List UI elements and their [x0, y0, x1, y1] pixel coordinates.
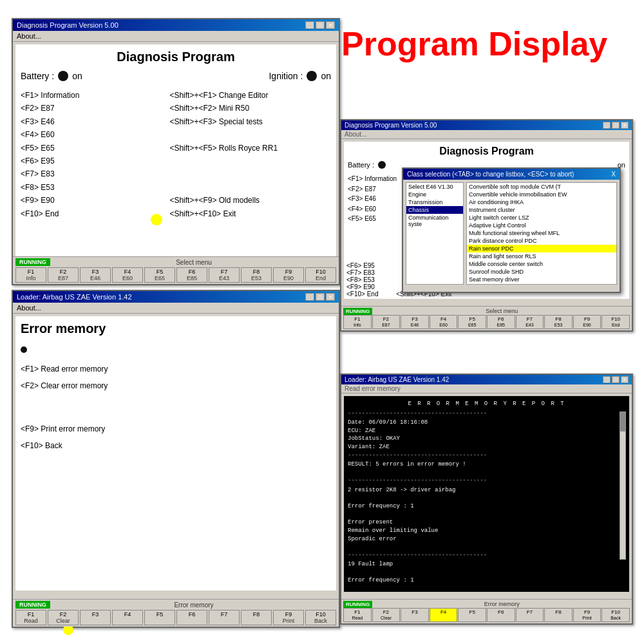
br-f-btn-2[interactable]: F2Clear [372, 608, 401, 622]
tr-f-btn-3[interactable]: F3E46 [401, 315, 429, 329]
bl-maximize-button[interactable]: □ [316, 293, 325, 301]
dr-item-3[interactable]: Air conditioning IHKA [467, 198, 616, 206]
tr-f-btn-9[interactable]: F9E90 [573, 315, 601, 329]
bl-close-button[interactable]: ✕ [326, 293, 335, 301]
tr-close[interactable]: ✕ [621, 122, 629, 129]
bl-func-btn-f6[interactable]: F6 [176, 610, 207, 625]
report-divider-4: ---------------------------------------- [348, 551, 625, 560]
br-f-btn-8[interactable]: F8 [544, 608, 573, 622]
dr-item-6[interactable]: Adaptive Light Control [467, 222, 616, 229]
dl-item-1[interactable]: Select E46 V1.30 [406, 183, 463, 191]
br-close[interactable]: ✕ [621, 376, 629, 383]
tr-f-btn-5[interactable]: F5E65 [458, 315, 486, 329]
dr-item-2[interactable]: Convertible vehicle immobilisation EW [467, 191, 616, 198]
dialog-right-list[interactable]: Convertible soft top module CVM (T Conve… [466, 182, 617, 285]
tr-maximize[interactable]: □ [612, 122, 620, 129]
dl-item-2[interactable]: Engine [406, 191, 463, 198]
error-memory-title: Error memory [21, 321, 331, 336]
br-func-label: Error memory [374, 601, 630, 607]
br-f-btn-7[interactable]: F7 [516, 608, 544, 622]
func-btn-f5[interactable]: F5E65 [144, 267, 175, 283]
report-scrollbar[interactable] [620, 412, 626, 560]
report-title: E R R O R M E M O R Y R E P O R T [348, 400, 625, 408]
br-titlebar: Loader: Airbag US ZAE Version 1.42 _ □ ✕ [341, 375, 632, 384]
tr-f-btn-1[interactable]: F1Info [343, 315, 372, 329]
func-btn-f2[interactable]: F2E87 [48, 267, 79, 283]
dialog-left-list[interactable]: Select E46 V1.30 Engine Transmission Cha… [406, 182, 464, 285]
bl-func-btn-f7[interactable]: F7 [209, 610, 240, 625]
br-minimize[interactable]: _ [603, 376, 611, 383]
bl-func-btn-f5[interactable]: F5 [144, 610, 175, 625]
bottom-left-titlebar: Loader: Airbag US ZAE Version 1.42 _ □ ✕ [13, 291, 339, 303]
maximize-button[interactable]: □ [316, 21, 325, 29]
bl-titlebar-buttons: _ □ ✕ [305, 293, 335, 301]
bl-func-btn-f4[interactable]: F4 [112, 610, 143, 625]
dl-item-5[interactable]: Communication syste [406, 214, 463, 228]
report-spacer3 [348, 511, 625, 519]
dl-item-3[interactable]: Transmission [406, 198, 463, 206]
tr-func-buttons: F1Info F2E87 F3E46 F4E60 F5E65 F6E85 F7E… [343, 315, 630, 329]
top-right-window: Diagnosis Program Version 5.00 _ □ ✕ Abo… [340, 119, 633, 332]
dr-item-9-rain[interactable]: Rain sensor PDC [467, 245, 616, 252]
func-btn-f3[interactable]: F3E46 [80, 267, 111, 283]
bl-func-btn-f10[interactable]: F10Back [305, 610, 336, 625]
tr-minimize[interactable]: _ [603, 122, 611, 129]
tr-menu[interactable]: About... [341, 130, 632, 139]
func-bar-bl: RUNNING Error memory F1Read F2Clear F3 F… [13, 599, 339, 627]
tr-f-btn-7[interactable]: F7E43 [516, 315, 544, 329]
bl-minimize-button[interactable]: _ [305, 293, 314, 301]
titlebar-buttons: _ □ ✕ [305, 21, 335, 29]
dr-item-10[interactable]: Rain and light sensor RLS [467, 252, 616, 260]
top-left-menu[interactable]: About... [13, 31, 339, 42]
error-menu-f10: <F10> Back [21, 437, 331, 454]
br-f-btn-4[interactable]: F4 [430, 608, 458, 622]
bottom-left-menu[interactable]: About... [13, 303, 339, 314]
top-left-content: Diagnosis Program Battery : on Ignition … [15, 44, 336, 269]
dr-item-7[interactable]: Multi functional steering wheel MFL [467, 229, 616, 237]
br-func-buttons: F1Read F2Clear F3 F4 F5 F6 F7 F8 F9Print… [343, 608, 630, 622]
br-f-btn-9[interactable]: F9Print [573, 608, 601, 622]
func-btn-f1[interactable]: F1Info [15, 267, 46, 283]
tr-f-btn-8[interactable]: F8E53 [544, 315, 573, 329]
tr-f-btn-4[interactable]: F4E60 [430, 315, 458, 329]
dr-item-11[interactable]: Middle console center switch [467, 260, 616, 268]
tr-f-btn-10[interactable]: F10End [601, 315, 630, 329]
bl-func-btn-f9[interactable]: F9Print [273, 610, 304, 625]
br-maximize[interactable]: □ [612, 376, 620, 383]
br-f-btn-10[interactable]: F10Back [601, 608, 630, 622]
report-spacer2 [348, 495, 625, 503]
bl-func-btn-f1[interactable]: F1Read [15, 610, 46, 625]
br-submenu[interactable]: Read error memory [341, 384, 632, 393]
dr-item-1[interactable]: Convertible soft top module CVM (T [467, 183, 616, 191]
br-f-btn-5[interactable]: F5 [458, 608, 486, 622]
bl-func-btn-f2[interactable]: F2Clear [48, 610, 79, 625]
func-btn-f10[interactable]: F10End [305, 267, 336, 283]
dr-item-12[interactable]: Sunroof module SHD [467, 268, 616, 276]
dr-item-5[interactable]: Light switch center LSZ [467, 214, 616, 222]
minimize-button[interactable]: _ [305, 21, 314, 29]
bl-func-btn-f8[interactable]: F8 [241, 610, 272, 625]
dr-item-13[interactable]: Seat memory driver [467, 276, 616, 283]
tr-running: RUNNING [343, 308, 372, 315]
br-f-btn-6[interactable]: F6 [487, 608, 515, 622]
func-btn-f8[interactable]: F8E53 [241, 267, 272, 283]
bottom-left-content: Error memory <F1> Read error memory <F2>… [15, 316, 336, 591]
tr-f-btn-2[interactable]: F2E87 [372, 315, 401, 329]
report-error-2: 2 resistor 2K8 -> driver airbag [348, 486, 625, 495]
dr-item-14[interactable]: Seat memory passenger [467, 283, 616, 285]
close-button[interactable]: ✕ [326, 21, 335, 29]
dl-item-4-chassis[interactable]: Chassis [406, 206, 463, 214]
tr-f-btn-6[interactable]: F6E85 [487, 315, 515, 329]
battery-status: on [72, 71, 82, 81]
br-f-btn-3[interactable]: F3 [401, 608, 429, 622]
br-f-btn-1[interactable]: F1Read [343, 608, 372, 622]
tr-func-label: Select menu [374, 308, 630, 314]
dr-item-8[interactable]: Park distance control PDC [467, 237, 616, 245]
bl-func-btn-f3[interactable]: F3 [80, 610, 111, 625]
func-btn-f4[interactable]: F4E60 [112, 267, 143, 283]
dr-item-4[interactable]: Instrument cluster [467, 206, 616, 214]
func-btn-f6[interactable]: F6E85 [176, 267, 207, 283]
dialog-close-btn[interactable]: X [611, 171, 616, 178]
func-btn-f7[interactable]: F7E43 [209, 267, 240, 283]
func-btn-f9[interactable]: F9E90 [273, 267, 304, 283]
